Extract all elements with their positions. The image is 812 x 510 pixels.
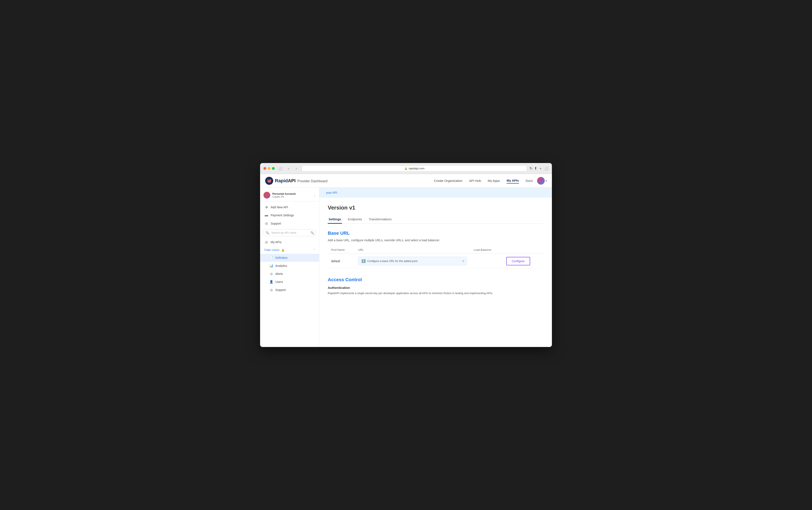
add-new-api-label: Add New API [271, 206, 288, 209]
close-info-button[interactable]: ✕ [462, 260, 465, 263]
account-sub: Catalin Pit [272, 196, 311, 198]
alerts-icon: ◎ [269, 272, 273, 276]
content-inner: Version v1 Settings Endpoints Transforma… [319, 198, 552, 302]
fake-users-row[interactable]: Fake Users 🔒 ⌃ [260, 246, 319, 254]
url-text: rapidapi.com [409, 167, 425, 170]
account-selector[interactable]: Personal Account Catalin Pit ⌄ [260, 189, 319, 201]
sidebar-item-users[interactable]: 👤 Users [260, 278, 319, 286]
logo-icon: 🐙 [265, 177, 273, 185]
url-table: Pool Name URL Load Balancer default [328, 246, 544, 269]
minimize-button[interactable] [268, 167, 270, 170]
nav-api-hub[interactable]: API Hub [469, 178, 481, 183]
analytics-icon: 📊 [269, 264, 273, 268]
url-info-text: Configure a base URL for the added pool. [367, 260, 418, 263]
url-cell: ℹ️ Configure a base URL for the added po… [355, 254, 470, 269]
load-balancer-cell [470, 254, 503, 269]
banner-link[interactable]: your API [326, 191, 337, 194]
col-pool-name: Pool Name [328, 246, 355, 254]
tab-settings[interactable]: Settings [328, 215, 342, 224]
configure-cell: Configure [503, 254, 544, 269]
lock-badge: 🔒 [281, 248, 285, 251]
browser-actions: ↻ ⬆ ＋ ⬜ [529, 166, 549, 171]
forward-button[interactable]: › [293, 166, 299, 172]
col-url: URL [355, 246, 470, 254]
logo-area: 🐙 RapidAPI Provider Dashboard [265, 177, 327, 185]
users-icon: 👤 [269, 280, 273, 284]
traffic-lights [263, 167, 275, 170]
payment-icon: ▬ [264, 213, 268, 217]
version-title: Version v1 [328, 205, 544, 211]
close-button[interactable] [263, 167, 266, 170]
account-info: Personal Account Catalin Pit [272, 192, 311, 198]
tab-transformations[interactable]: Transformations [368, 215, 393, 224]
sidebar-item-analytics[interactable]: 📊 Analytics [260, 262, 319, 270]
analytics-label: Analytics [275, 264, 287, 268]
back-button[interactable]: ‹ [286, 166, 292, 172]
top-nav: 🐙 RapidAPI Provider Dashboard Create Org… [260, 174, 552, 187]
auth-description: RapidAPI implements a single secret key … [328, 291, 544, 296]
sidebar-item-add-new-api[interactable]: ⊕ Add New API [260, 203, 319, 211]
nav-docs[interactable]: Docs [526, 178, 533, 183]
search-icon: 🔍 [266, 231, 269, 235]
fullscreen-button[interactable] [272, 167, 275, 170]
account-chevron: ⌄ [313, 194, 316, 197]
search-button[interactable]: 🔍 [311, 231, 314, 235]
url-table-header: Pool Name URL Load Balancer [328, 246, 544, 254]
definition-icon: 📄 [269, 256, 273, 260]
user-avatar[interactable] [537, 177, 545, 185]
add-icon: ⊕ [264, 205, 268, 209]
browser-window: ⬜ ‹ › 🔒 rapidapi.com ↻ ⬆ ＋ ⬜ 🐙 RapidAPI … [260, 163, 552, 347]
my-apis-label: My APIs [271, 240, 282, 244]
pool-name-cell: default [328, 254, 355, 269]
top-banner: your API [319, 187, 552, 198]
sidebar-item-support-sub[interactable]: ◎ Support [260, 286, 319, 294]
new-tab-icon[interactable]: ＋ [539, 166, 542, 171]
tabs: Settings Endpoints Transformations [328, 215, 544, 224]
auth-subtitle: Authentication [328, 286, 544, 290]
user-menu-chevron[interactable]: ▾ [546, 179, 547, 182]
search-box: 🔍 🔍 [263, 229, 316, 236]
payment-settings-label: Payment Settings [271, 214, 294, 217]
content-area: your API Version v1 Settings Endpoints T… [319, 187, 552, 347]
provider-label: Provider Dashboard [297, 179, 327, 183]
account-name: Personal Account [272, 192, 311, 196]
reload-icon[interactable]: ↻ [529, 166, 532, 171]
support-sub-label: Support [275, 288, 286, 292]
search-input[interactable] [263, 229, 316, 236]
info-icon: ℹ️ [361, 259, 366, 263]
sidebar-item-definition[interactable]: 📄 Definition [260, 254, 319, 262]
sidebar: Personal Account Catalin Pit ⌄ ⊕ Add New… [260, 187, 319, 347]
table-row: default ℹ️ Configure a base URL for the … [328, 254, 544, 269]
nav-my-apps[interactable]: My Apps [488, 178, 500, 183]
nav-create-org[interactable]: Create Organization [434, 178, 462, 183]
sidebar-my-apis[interactable]: ◎ My APIs [260, 238, 319, 246]
definition-label: Definition [275, 256, 288, 260]
url-info-box: ℹ️ Configure a base URL for the added po… [358, 257, 467, 265]
access-control-section: Access Control Authentication RapidAPI i… [328, 277, 544, 296]
access-control-title: Access Control [328, 277, 544, 282]
alerts-label: Alerts [275, 272, 283, 275]
tab-overview-icon[interactable]: ⬜ [544, 166, 549, 171]
address-bar[interactable]: 🔒 rapidapi.com [302, 166, 527, 172]
sidebar-item-alerts[interactable]: ◎ Alerts [260, 270, 319, 278]
brand-text: RapidAPI Provider Dashboard [275, 178, 327, 183]
account-avatar [263, 192, 270, 199]
browser-nav: ‹ › [286, 166, 299, 172]
base-url-description: Add a base URL, configure multiple URLs,… [328, 239, 544, 242]
share-icon[interactable]: ⬆ [534, 166, 537, 171]
browser-chrome: ⬜ ‹ › 🔒 rapidapi.com ↻ ⬆ ＋ ⬜ [260, 163, 552, 174]
tab-endpoints[interactable]: Endpoints [347, 215, 363, 224]
support-label: Support [271, 222, 281, 225]
brand-rapid: RapidAPI [275, 178, 296, 183]
sidebar-item-support-top[interactable]: ◎ Support [260, 219, 319, 228]
base-url-title: Base URL [328, 231, 544, 236]
configure-button[interactable]: Configure [506, 257, 530, 265]
nav-my-apis[interactable]: My APIs [506, 178, 519, 183]
col-load-balancer: Load Balancer [470, 246, 503, 254]
users-label: Users [275, 280, 283, 283]
base-url-section: Base URL Add a base URL, configure multi… [328, 231, 544, 269]
sidebar-toggle[interactable]: ⬜ [277, 166, 283, 172]
sidebar-item-payment-settings[interactable]: ▬ Payment Settings [260, 211, 319, 219]
lock-icon: 🔒 [404, 167, 407, 170]
support-icon: ◎ [264, 221, 268, 226]
